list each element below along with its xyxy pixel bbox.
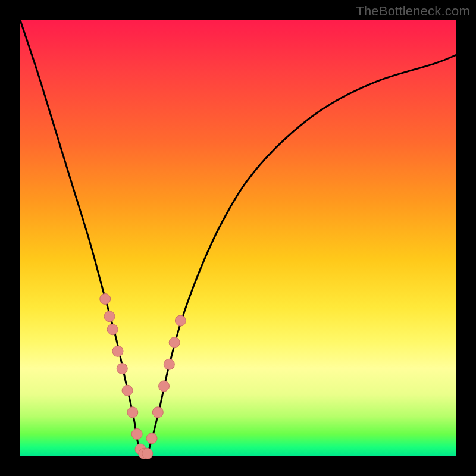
data-marker	[127, 407, 138, 418]
data-marker	[159, 381, 170, 392]
bottleneck-curve-path	[20, 20, 456, 458]
data-marker	[117, 364, 127, 374]
data-marker	[100, 293, 111, 304]
bottleneck-curve	[20, 20, 456, 458]
data-marker	[122, 385, 133, 396]
data-marker	[152, 407, 163, 418]
data-marker	[107, 324, 118, 335]
data-marker	[142, 448, 153, 459]
marker-group	[100, 293, 186, 459]
plot-area	[20, 20, 456, 456]
chart-frame: TheBottleneck.com	[0, 0, 476, 476]
watermark-text: TheBottleneck.com	[356, 4, 470, 19]
data-marker	[175, 315, 186, 326]
data-marker	[112, 346, 123, 356]
chart-svg	[20, 20, 456, 456]
data-marker	[131, 428, 142, 439]
data-marker	[104, 311, 115, 322]
data-marker	[164, 359, 174, 369]
data-marker	[146, 433, 157, 444]
data-marker	[169, 337, 180, 348]
